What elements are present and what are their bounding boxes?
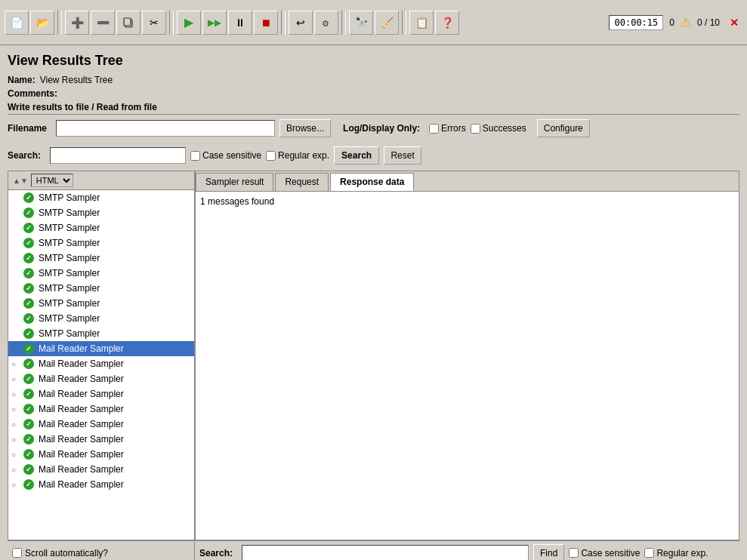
exit-button[interactable]: ✕ [726,14,742,31]
tree-body[interactable]: ✓SMTP Sampler✓SMTP Sampler✓SMTP Sampler✓… [8,190,194,540]
errors-checkbox-label[interactable]: Errors [429,123,466,134]
regular-exp-checkbox[interactable] [266,151,276,161]
cut-button[interactable]: ✂ [142,11,166,35]
expand-icon: ○ [11,375,22,383]
clear-button[interactable]: ↩ [289,11,313,35]
play-no-pause-button[interactable]: ▶▶ [202,11,227,35]
regular-exp-label[interactable]: Regular exp. [266,150,329,161]
find-button[interactable]: Find [533,544,564,561]
tree-item-label: Mail Reader Sampler [39,343,124,354]
main-content: View Results Tree Name: View Results Tre… [0,45,747,560]
case-sensitive-label[interactable]: Case sensitive [190,150,261,161]
successes-checkbox[interactable] [471,124,480,134]
errors-checkbox[interactable] [429,124,439,134]
status-icon: ✓ [22,478,35,491]
tree-panel: ▲▼ HTML ✓SMTP Sampler✓SMTP Sampler✓SMTP … [8,171,196,540]
bottom-regular-exp-label[interactable]: Regular exp. [644,548,708,558]
tree-item-label: SMTP Sampler [39,313,100,324]
function-button[interactable]: ⚙ [314,11,338,35]
tree-view-select[interactable]: HTML [31,174,73,187]
tree-item[interactable]: ○✓Mail Reader Sampler [8,402,194,417]
scroll-automatically-label[interactable]: Scroll automatically? [12,548,108,558]
name-label: Name: [8,75,35,85]
status-icon: ✓ [22,387,35,401]
reset-button[interactable]: Reset [384,146,421,165]
tree-item[interactable]: ○✓Mail Reader Sampler [8,432,194,447]
response-text: 1 messages found [200,196,274,207]
expand-icon: ○ [11,435,22,444]
binoculars-button[interactable]: 🔭 [349,11,373,35]
toolbar-sep-2 [169,11,174,35]
toolbar-sep-3 [281,11,286,35]
pause-button[interactable]: ⏸ [228,11,252,35]
bottom-search-input[interactable] [242,545,529,561]
tree-item[interactable]: ✓SMTP Sampler [8,266,194,281]
tree-item[interactable]: ✓SMTP Sampler [8,281,194,296]
svg-text:⚙: ⚙ [322,19,329,28]
bottom-case-sensitive-checkbox[interactable] [569,548,579,558]
tree-item[interactable]: ✓SMTP Sampler [8,220,194,235]
status-icon: ✓ [22,221,35,235]
bottom-regular-exp-checkbox[interactable] [644,548,654,558]
tree-item[interactable]: ○✓Mail Reader Sampler [8,371,194,386]
tree-item[interactable]: ○✓Mail Reader Sampler [8,462,194,477]
scroll-automatically-checkbox[interactable] [12,548,22,558]
tree-item[interactable]: ○✓Mail Reader Sampler [8,477,194,492]
tree-item-label: SMTP Sampler [39,283,100,294]
configure-button[interactable]: Configure [537,119,590,137]
help-button[interactable]: ❓ [435,11,459,35]
timer-display: 00:00:15 [609,15,663,30]
tree-item[interactable]: ○✓Mail Reader Sampler [8,417,194,432]
play-button[interactable]: ▶ [177,11,201,35]
tree-item[interactable]: ○✓Mail Reader Sampler [8,356,194,371]
add-button[interactable]: ➕ [65,11,89,35]
successes-checkbox-label[interactable]: Successes [471,123,526,134]
tree-item-label: Mail Reader Sampler [39,464,124,475]
filename-input[interactable] [56,120,275,137]
new-button[interactable]: 📄 [5,11,29,35]
tree-item[interactable]: ✓SMTP Sampler [8,190,194,205]
tree-item[interactable]: ○✓Mail Reader Sampler [8,386,194,402]
tree-item[interactable]: ○✓Mail Reader Sampler [8,447,194,462]
tree-item[interactable]: ○✓Mail Reader Sampler [8,341,194,356]
broom-button[interactable]: 🧹 [375,11,399,35]
tab-request[interactable]: Request [275,173,329,191]
expand-icon: ○ [11,345,22,353]
list-button[interactable]: 📋 [409,11,434,35]
tree-item[interactable]: ✓SMTP Sampler [8,205,194,220]
open-button[interactable]: 📂 [30,11,54,35]
case-sensitive-text: Case sensitive [202,150,261,161]
log-display-label: Log/Display Only: [343,123,420,134]
bottom-search-label: Search: [199,548,233,558]
status-icon: ✓ [22,191,35,205]
regular-exp-text: Regular exp. [278,150,329,161]
search-label: Search: [8,150,41,161]
name-value: View Results Tree [40,75,113,85]
stop-button[interactable]: ⏹ [254,11,278,35]
status-icon: ✓ [22,206,35,220]
tree-item[interactable]: ✓SMTP Sampler [8,326,194,341]
tree-item-label: Mail Reader Sampler [39,389,124,399]
tree-item[interactable]: ✓SMTP Sampler [8,311,194,326]
tab-sampler-result[interactable]: Sampler result [196,173,273,191]
copy-button[interactable] [116,11,140,35]
tree-item-label: SMTP Sampler [39,223,100,233]
status-icon: ✓ [22,463,35,476]
tab-response-data[interactable]: Response data [330,173,414,191]
bottom-case-sensitive-label[interactable]: Case sensitive [569,548,640,558]
tree-item[interactable]: ✓SMTP Sampler [8,235,194,251]
case-sensitive-checkbox[interactable] [190,151,200,161]
status-icon: ✓ [22,236,35,250]
browse-button[interactable]: Browse... [279,119,331,137]
status-icon: ✓ [22,312,35,325]
tree-header: ▲▼ HTML [8,171,194,190]
tree-item[interactable]: ✓SMTP Sampler [8,296,194,311]
bottom-left: Scroll automatically? [8,541,195,560]
search-input[interactable] [50,147,186,164]
tree-item-label: Mail Reader Sampler [39,358,124,369]
tree-item[interactable]: ✓SMTP Sampler [8,251,194,266]
remove-button[interactable]: ➖ [91,11,115,35]
tree-item-label: SMTP Sampler [39,238,100,248]
search-button[interactable]: Search [334,146,379,165]
filename-label: Filename [8,123,47,134]
